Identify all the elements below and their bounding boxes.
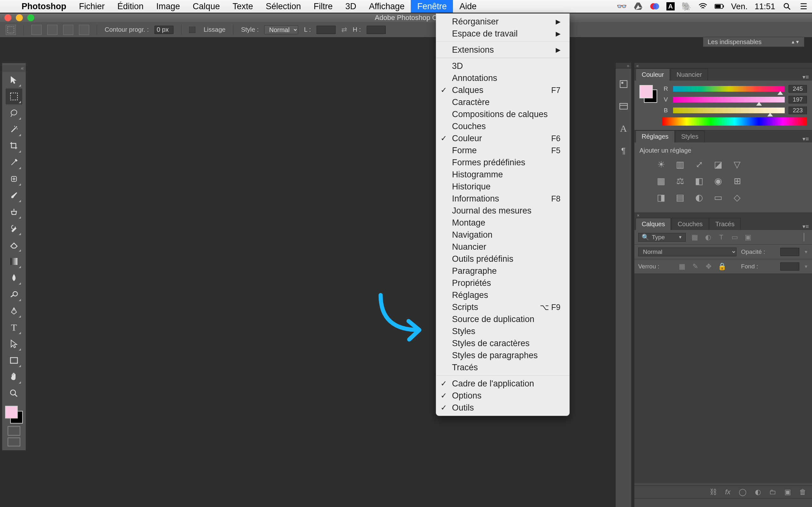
- layer-filter-type[interactable]: 🔍 Type ▼: [638, 233, 686, 242]
- menu-item-espace-de-travail[interactable]: Espace de travail▶: [436, 27, 569, 40]
- channel-r-slider[interactable]: [673, 86, 785, 92]
- lock-position-icon[interactable]: ✥: [704, 262, 713, 271]
- fill-input[interactable]: [780, 262, 799, 271]
- menu-item-3d[interactable]: 3D: [436, 60, 569, 72]
- eraser-tool[interactable]: [6, 237, 22, 253]
- menu-item-historique[interactable]: Historique: [436, 180, 569, 192]
- menu-item-montage[interactable]: Montage: [436, 217, 569, 229]
- menu-item-outils[interactable]: ✓Outils: [436, 402, 569, 414]
- new-group-icon[interactable]: 🗀: [769, 488, 776, 496]
- hand-tool[interactable]: [6, 369, 22, 385]
- selective-color-icon[interactable]: ◇: [732, 191, 743, 203]
- gradient-map-icon[interactable]: ▭: [712, 191, 724, 203]
- menu-item-trac-s[interactable]: Tracés: [436, 361, 569, 374]
- menu-item-propri-t-s[interactable]: Propriétés: [436, 277, 569, 289]
- channel-b-slider[interactable]: [673, 108, 785, 113]
- menu-item-histogramme[interactable]: Histogramme: [436, 168, 569, 180]
- notification-center-icon[interactable]: ☰: [799, 2, 808, 11]
- foreground-color-swatch[interactable]: [5, 406, 18, 418]
- filter-smart-icon[interactable]: ▣: [744, 233, 752, 242]
- menu-edition[interactable]: Édition: [111, 0, 150, 13]
- color-swatches[interactable]: [5, 406, 23, 424]
- delete-layer-icon[interactable]: 🗑: [799, 488, 806, 496]
- creative-cloud-icon[interactable]: [650, 2, 660, 11]
- invert-icon[interactable]: ◨: [655, 191, 667, 203]
- menu-filtre[interactable]: Filtre: [307, 0, 339, 13]
- tab-nuancier[interactable]: Nuancier: [671, 68, 708, 80]
- balance-icon[interactable]: ⚖: [674, 175, 686, 186]
- hue-icon[interactable]: ▦: [655, 175, 667, 186]
- menu-item-compositions-de-calques[interactable]: Compositions de calques: [436, 108, 569, 120]
- menu-item-paragraphe[interactable]: Paragraphe: [436, 265, 569, 277]
- filter-shape-icon[interactable]: ▭: [730, 233, 739, 242]
- tab-calques[interactable]: Calques: [636, 218, 671, 230]
- clock-time[interactable]: 11:51: [755, 2, 775, 11]
- bw-icon[interactable]: ◧: [693, 175, 705, 186]
- filter-type-icon[interactable]: T: [717, 233, 726, 242]
- rectangular-marquee-tool[interactable]: [6, 89, 22, 104]
- zoom-window-button[interactable]: [27, 14, 34, 21]
- brush-tool[interactable]: [6, 187, 22, 204]
- expand-panels-icon[interactable]: »: [627, 63, 629, 68]
- channel-r-value[interactable]: 245: [789, 85, 807, 93]
- spotlight-icon[interactable]: [782, 2, 792, 11]
- minimize-window-button[interactable]: [16, 14, 23, 21]
- layer-mask-icon[interactable]: ◯: [739, 488, 747, 496]
- wifi-icon[interactable]: [698, 2, 708, 11]
- menu-item-annotations[interactable]: Annotations: [436, 72, 569, 84]
- menu-calque[interactable]: Calque: [187, 0, 227, 13]
- subtract-selection-button[interactable]: [63, 25, 73, 35]
- evernote-icon[interactable]: 🐘: [682, 2, 691, 11]
- spectrum-ramp[interactable]: [662, 117, 807, 126]
- menu-item-caract-re[interactable]: Caractère: [436, 96, 569, 108]
- add-selection-button[interactable]: [47, 25, 57, 35]
- layer-list[interactable]: [634, 274, 812, 483]
- menu-item-r-organiser[interactable]: Réorganiser▶: [436, 15, 569, 27]
- path-selection-tool[interactable]: [6, 336, 22, 352]
- photo-filter-icon[interactable]: ◉: [712, 175, 724, 186]
- link-layers-icon[interactable]: ⛓: [710, 488, 717, 496]
- opacity-input[interactable]: [780, 248, 799, 256]
- swap-wh-icon[interactable]: ⇄: [341, 26, 347, 34]
- menu-item-couches[interactable]: Couches: [436, 120, 569, 132]
- history-brush-tool[interactable]: [6, 221, 22, 236]
- paragraph-panel-icon[interactable]: ¶: [617, 144, 630, 157]
- menu-item-cadre-de-l-application[interactable]: ✓Cadre de l'application: [436, 378, 569, 390]
- style-select[interactable]: Normal: [264, 25, 298, 34]
- screen-mode-button[interactable]: [8, 438, 20, 446]
- antialias-checkbox[interactable]: [189, 26, 195, 33]
- menu-3d[interactable]: 3D: [339, 0, 363, 13]
- filter-toggle[interactable]: ⎮: [799, 233, 808, 242]
- tab-traces[interactable]: Tracés: [709, 218, 740, 230]
- glasses-icon[interactable]: 👓: [617, 2, 626, 11]
- tab-styles[interactable]: Styles: [675, 130, 704, 143]
- eyedropper-tool[interactable]: [6, 155, 22, 170]
- posterize-icon[interactable]: ▤: [674, 191, 686, 203]
- filter-adjust-icon[interactable]: ◐: [703, 233, 712, 242]
- new-adjustment-icon[interactable]: ◐: [755, 488, 761, 496]
- adobe-a-icon[interactable]: A: [667, 2, 675, 10]
- dodge-tool[interactable]: [6, 286, 22, 302]
- lasso-tool[interactable]: [6, 105, 22, 121]
- intersect-selection-button[interactable]: [79, 25, 89, 35]
- healing-brush-tool[interactable]: [6, 171, 22, 187]
- menu-item-scripts[interactable]: Scripts⌥ F9: [436, 301, 569, 313]
- rectangle-shape-tool[interactable]: [6, 352, 22, 369]
- gradient-tool[interactable]: [6, 253, 22, 269]
- panel-menu-icon[interactable]: ▾≡: [799, 74, 812, 80]
- clone-stamp-tool[interactable]: [6, 204, 22, 220]
- menu-item-extensions[interactable]: Extensions▶: [436, 44, 569, 56]
- menu-fenetre[interactable]: Fenêtre: [411, 0, 453, 13]
- layer-fx-icon[interactable]: fx: [725, 488, 731, 496]
- height-input[interactable]: [367, 26, 386, 34]
- zoom-tool[interactable]: [6, 386, 22, 401]
- lock-pixels-icon[interactable]: ✎: [691, 262, 700, 271]
- new-layer-icon[interactable]: ▣: [785, 488, 791, 496]
- menu-aide[interactable]: Aide: [453, 0, 483, 13]
- workspace-selector[interactable]: Les indispensables ▲▼: [703, 37, 804, 47]
- magic-wand-tool[interactable]: [6, 121, 22, 137]
- menu-item-journal-des-mesures[interactable]: Journal des mesures: [436, 205, 569, 217]
- menu-texte[interactable]: Texte: [226, 0, 259, 13]
- close-window-button[interactable]: [4, 14, 11, 21]
- tools-panel-header[interactable]: «: [2, 65, 26, 71]
